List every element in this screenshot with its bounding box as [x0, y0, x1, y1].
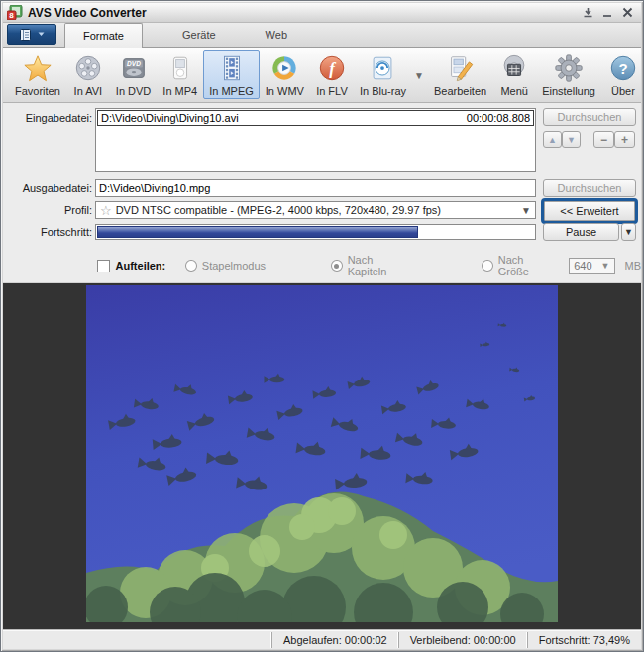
- question-icon: ?: [608, 54, 638, 83]
- tab-formate[interactable]: Formate: [64, 23, 143, 48]
- split-options-row: Aufteilen: Stapelmodus Nach Kapiteln Nac…: [3, 249, 641, 283]
- input-file-list[interactable]: D:\Video\Diving\Diving10.avi 00:00:08.80…: [95, 108, 536, 172]
- input-file-duration: 00:00:08.808: [467, 112, 530, 124]
- toolbar-label: In DVD: [116, 85, 151, 97]
- size-unit-label: MB: [625, 260, 642, 272]
- radio-stapelmodus-label: Stapelmodus: [202, 260, 266, 272]
- svg-text:?: ?: [618, 60, 627, 77]
- film-strip-icon: [217, 54, 247, 83]
- radio-nach-kapiteln[interactable]: [331, 260, 343, 272]
- toolbar-item-in-avi[interactable]: In AVI: [66, 50, 110, 99]
- toolbar-item-menue[interactable]: Menü: [492, 50, 536, 99]
- toolbar-label: Einstellung: [542, 85, 595, 97]
- split-checkbox-label: Aufteilen:: [116, 260, 166, 272]
- progress-bar: [95, 224, 536, 240]
- toolbar-label: In WMV: [266, 85, 304, 97]
- toolbar-label: In FLV: [316, 85, 348, 97]
- input-file-name: D:\Video\Diving\Diving10.avi: [101, 112, 467, 124]
- remove-file-button[interactable]: −: [593, 131, 614, 148]
- advanced-button[interactable]: << Erweitert: [544, 201, 635, 221]
- svg-text:8: 8: [9, 11, 14, 20]
- profile-star-icon: ☆: [100, 203, 112, 218]
- toolbar-label: Bearbeiten: [434, 85, 486, 97]
- tab-web[interactable]: Web: [248, 23, 305, 47]
- radio-nach-groesse[interactable]: [482, 260, 493, 272]
- output-file-field[interactable]: [95, 179, 536, 197]
- toolbar-label: In Blu-ray: [360, 85, 406, 97]
- main-menu-button[interactable]: [7, 24, 56, 45]
- toolbar-label: In MPEG: [209, 85, 254, 97]
- tab-formate-label: Formate: [83, 30, 124, 42]
- browse-output-button[interactable]: Durchsuchen: [543, 179, 636, 197]
- tab-web-label: Web: [266, 29, 287, 41]
- bluray-disc-icon: [368, 54, 397, 83]
- star-icon: [23, 54, 53, 83]
- tab-geraete-label: Geräte: [182, 29, 216, 41]
- minimize-to-tray-button[interactable]: [578, 5, 597, 21]
- toolbar-item-ueber[interactable]: ? Über: [601, 50, 644, 99]
- window-title: AVS Video Converter: [28, 6, 578, 20]
- minimize-button[interactable]: [597, 5, 617, 21]
- progress-label: Fortschritt:: [5, 226, 92, 238]
- toolbar-label: In AVI: [74, 85, 103, 97]
- pause-dropdown-button[interactable]: ▼: [621, 223, 636, 241]
- toolbar-label: Favoriten: [15, 85, 60, 97]
- output-file-label: Ausgabedatei:: [5, 182, 92, 194]
- pause-button[interactable]: Pause: [543, 223, 619, 241]
- input-file-label: Eingabedatei:: [5, 112, 92, 124]
- toolbar-label: Menü: [500, 85, 528, 97]
- gear-icon: [554, 54, 584, 83]
- radio-stapelmodus[interactable]: [185, 260, 197, 272]
- toolbar-label: Über: [611, 85, 635, 97]
- toolbar-item-favoriten[interactable]: Favoriten: [9, 50, 66, 99]
- browse-input-button[interactable]: Durchsuchen: [543, 108, 636, 126]
- profile-combobox[interactable]: ☆ DVD NTSC compatible - (MPEG-2, 4000 kb…: [95, 201, 536, 219]
- minimize-icon: [602, 8, 612, 18]
- move-up-button[interactable]: ▲: [543, 131, 562, 148]
- close-button[interactable]: [617, 5, 637, 21]
- edit-pencil-icon: [446, 54, 476, 83]
- app-window: 8 AVS Video Converter: [0, 0, 644, 652]
- conversion-form: Eingabedatei: D:\Video\Diving\Diving10.a…: [3, 103, 641, 249]
- status-elapsed: Abgelaufen: 00:00:02: [271, 632, 398, 648]
- radio-nach-kapiteln-label: Nach Kapiteln: [348, 254, 413, 277]
- profile-chevron-down-icon: ▼: [521, 205, 531, 216]
- size-combobox[interactable]: 640 ▼: [569, 258, 614, 274]
- toolbar-item-einstellung[interactable]: Einstellung: [536, 50, 601, 99]
- toolbar-item-bearbeiten[interactable]: Bearbeiten: [428, 50, 492, 99]
- app-logo-icon: 8: [7, 5, 23, 20]
- toolbar-label: In MP4: [162, 85, 197, 97]
- video-preview-frame: [86, 285, 558, 622]
- video-preview-area: [3, 283, 641, 629]
- toolbar-more-dropdown[interactable]: ▼: [414, 70, 424, 81]
- tab-geraete[interactable]: Geräte: [164, 23, 234, 47]
- close-icon: [622, 7, 633, 18]
- profile-value: DVD NTSC compatible - (MPEG-2, 4000 kbps…: [116, 204, 441, 216]
- progress-bar-fill: [97, 226, 418, 238]
- advanced-button-focus-ring: << Erweitert: [541, 198, 638, 224]
- split-checkbox[interactable]: [97, 260, 110, 272]
- svg-text:DVD: DVD: [127, 60, 141, 67]
- tab-bar: Formate Geräte Web: [3, 23, 641, 48]
- input-file-row[interactable]: D:\Video\Diving\Diving10.avi 00:00:08.80…: [97, 110, 534, 126]
- radio-nach-groesse-label: Nach Größe: [498, 254, 555, 277]
- toolbar: Favoriten In AVI DVD In DVD: [3, 48, 641, 103]
- status-remaining: Verbleibend: 00:00:00: [398, 632, 527, 648]
- status-progress: Fortschritt: 73,49%: [527, 632, 641, 648]
- play-disc-icon: [269, 54, 299, 83]
- film-reel-icon: [73, 54, 103, 83]
- media-player-icon: [165, 54, 195, 83]
- size-value: 640: [574, 260, 591, 272]
- toolbar-item-in-wmv[interactable]: In WMV: [260, 50, 310, 99]
- toolbar-item-in-dvd[interactable]: DVD In DVD: [110, 50, 157, 99]
- toolbar-item-in-mp4[interactable]: In MP4: [157, 50, 203, 99]
- toolbar-item-in-flv[interactable]: f In FLV: [310, 50, 354, 99]
- move-down-button[interactable]: ▼: [562, 131, 581, 148]
- flash-icon: f: [317, 54, 347, 83]
- dvd-disc-icon: DVD: [119, 54, 149, 83]
- profile-label: Profil:: [5, 204, 92, 216]
- status-bar: Abgelaufen: 00:00:02 Verbleibend: 00:00:…: [3, 629, 641, 649]
- add-file-button[interactable]: +: [614, 131, 635, 148]
- toolbar-item-in-bluray[interactable]: In Blu-ray: [354, 50, 412, 99]
- toolbar-item-in-mpeg[interactable]: In MPEG: [203, 50, 260, 99]
